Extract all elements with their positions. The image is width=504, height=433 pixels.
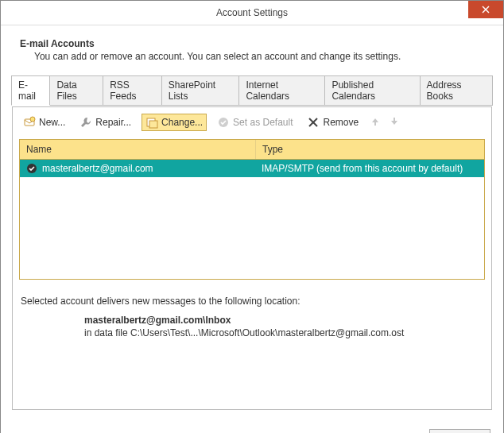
move-down-button [388, 117, 401, 129]
set-default-label: Set as Default [233, 117, 293, 128]
check-circle-icon [217, 116, 230, 129]
tab-address-books[interactable]: Address Books [420, 75, 493, 106]
tab-internet-calendars[interactable]: Internet Calendars [238, 75, 325, 106]
new-button[interactable]: New... [19, 114, 69, 131]
new-icon [23, 116, 36, 129]
remove-button[interactable]: Remove [303, 114, 362, 131]
accounts-list-header: Name Type [20, 140, 484, 160]
window-title: Account Settings [216, 7, 288, 18]
arrow-down-icon [390, 117, 399, 126]
column-header-type[interactable]: Type [256, 140, 484, 159]
section-title: E-mail Accounts [20, 38, 492, 49]
account-name: masteralbertz@gmail.com [42, 163, 153, 174]
accounts-list: Name Type masteralbertz@gmail.com [19, 139, 485, 280]
account-settings-window: Account Settings E-mail Accounts You can… [0, 0, 504, 433]
repair-label: Repair... [95, 117, 131, 128]
delivery-location: masteralbertz@gmail.com\Inbox in data fi… [84, 315, 483, 338]
set-default-button: Set as Default [213, 114, 297, 131]
tab-panel-email: New... Repair... Change... [12, 106, 492, 410]
repair-icon [79, 116, 92, 129]
tab-sharepoint-lists[interactable]: SharePoint Lists [161, 75, 240, 106]
default-account-icon [26, 163, 37, 174]
new-label: New... [39, 117, 65, 128]
remove-label: Remove [323, 117, 359, 128]
titlebar: Account Settings [1, 1, 503, 25]
repair-button[interactable]: Repair... [76, 114, 135, 131]
column-header-name[interactable]: Name [20, 140, 256, 159]
tabs: E-mail Data Files RSS Feeds SharePoint L… [11, 75, 492, 106]
window-close-button[interactable] [468, 1, 503, 18]
remove-icon [307, 116, 320, 129]
svg-rect-5 [149, 121, 157, 128]
accounts-list-body: masteralbertz@gmail.com IMAP/SMTP (send … [20, 160, 484, 279]
move-up-button [369, 117, 382, 129]
delivery-datafile: in data file C:\Users\Test\...\Microsoft… [84, 327, 483, 338]
tab-rss-feeds[interactable]: RSS Feeds [103, 75, 162, 106]
account-row[interactable]: masteralbertz@gmail.com IMAP/SMTP (send … [20, 160, 484, 177]
dialog-body: E-mail Accounts You can add or remove an… [1, 25, 503, 421]
tab-published-calendars[interactable]: Published Calendars [324, 75, 420, 106]
arrow-up-icon [370, 117, 380, 126]
section-description: You can add or remove an account. You ca… [34, 51, 492, 62]
close-icon [482, 6, 490, 14]
tab-email[interactable]: E-mail [11, 75, 50, 106]
toolbar: New... Repair... Change... [13, 107, 491, 136]
tab-data-files[interactable]: Data Files [49, 75, 103, 106]
delivery-folder: masteralbertz@gmail.com\Inbox [84, 315, 483, 326]
change-label: Change... [161, 117, 203, 128]
svg-point-3 [30, 117, 35, 122]
delivery-intro: Selected account delivers new messages t… [21, 296, 483, 307]
change-icon [145, 116, 158, 129]
change-button[interactable]: Change... [142, 114, 207, 131]
account-type: IMAP/SMTP (send from this account by def… [262, 163, 463, 174]
close-button[interactable]: Close [429, 429, 490, 433]
dialog-button-bar: Close [1, 421, 503, 433]
